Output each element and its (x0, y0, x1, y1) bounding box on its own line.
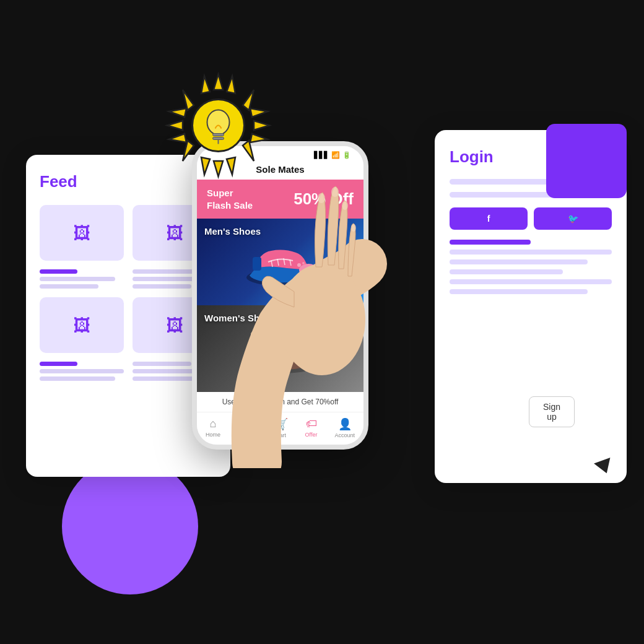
feed-grid: 🖼 🖼 🖼 (40, 205, 217, 381)
signup-button[interactable]: Sign up (529, 396, 575, 427)
feed-image-1: 🖼 (40, 205, 124, 261)
feed-line (40, 362, 77, 366)
svg-point-38 (279, 264, 365, 375)
svg-point-40 (331, 187, 339, 197)
login-purple-corner (546, 124, 627, 198)
svg-marker-9 (227, 76, 235, 94)
twitter-button[interactable]: 🐦 (534, 207, 612, 230)
svg-marker-11 (227, 157, 235, 175)
nav-label-home: Home (206, 432, 220, 438)
svg-marker-6 (183, 141, 194, 161)
svg-rect-19 (213, 137, 224, 140)
image-icon: 🖼 (166, 315, 183, 336)
login-social-row: f 🐦 (450, 207, 612, 230)
feed-line (133, 284, 191, 289)
extra-line (450, 269, 563, 274)
svg-marker-12 (169, 108, 186, 117)
sun-lightbulb-illustration (164, 71, 272, 180)
extra-line (450, 250, 612, 255)
svg-marker-8 (201, 76, 210, 94)
svg-marker-1 (214, 161, 223, 176)
svg-point-41 (342, 201, 348, 210)
svg-marker-2 (167, 121, 183, 130)
feed-item-3: 🖼 (40, 297, 124, 381)
twitter-icon: 🐦 (568, 214, 578, 224)
nav-item-home[interactable]: ⌂ Home (206, 417, 220, 438)
feed-item-1: 🖼 (40, 205, 124, 289)
svg-marker-7 (243, 141, 254, 161)
image-icon: 🖼 (166, 223, 183, 243)
svg-marker-0 (214, 74, 223, 90)
feed-line (133, 362, 191, 366)
feed-line (40, 369, 124, 373)
svg-point-39 (318, 193, 325, 203)
login-extra-lines (450, 240, 612, 294)
svg-marker-15 (250, 134, 268, 142)
svg-point-42 (351, 224, 356, 232)
background-circle (62, 458, 198, 594)
svg-point-17 (207, 110, 230, 135)
extra-line (450, 279, 612, 284)
svg-rect-18 (213, 134, 224, 136)
phone-wrapper: ▋▋▋ 📶 🔋 Sole Mates Super Flash Sale 50% … (192, 141, 368, 450)
svg-marker-10 (201, 157, 210, 175)
feed-line (40, 277, 115, 281)
facebook-icon: f (487, 214, 490, 224)
svg-marker-3 (254, 121, 269, 130)
extra-line (450, 240, 531, 245)
extra-line (450, 289, 588, 294)
feed-line (40, 376, 115, 381)
image-icon: 🖼 (73, 315, 90, 336)
svg-marker-5 (243, 90, 254, 110)
svg-marker-14 (250, 108, 268, 117)
feed-line (40, 284, 98, 289)
home-icon: ⌂ (210, 417, 217, 430)
feed-image-3: 🖼 (40, 297, 124, 353)
feed-lines-3 (40, 362, 124, 381)
svg-marker-13 (169, 134, 186, 142)
facebook-button[interactable]: f (450, 207, 528, 230)
feed-lines-1 (40, 269, 124, 289)
svg-marker-4 (183, 90, 194, 110)
extra-line (450, 259, 588, 264)
image-icon: 🖼 (73, 223, 90, 243)
feed-line (40, 269, 77, 274)
